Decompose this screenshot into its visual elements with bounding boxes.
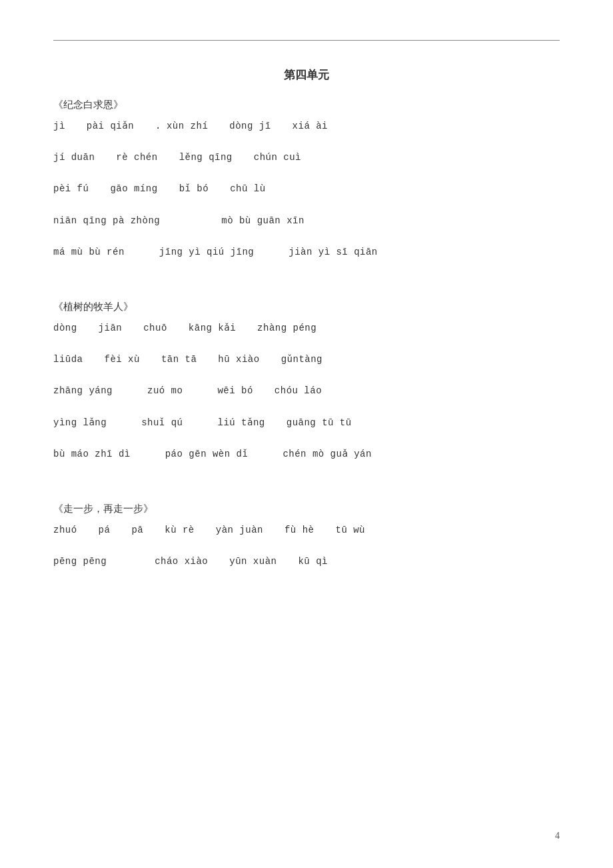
pinyin-item: fèi xù [105,351,140,368]
pinyin-item: gǔntàng [281,351,322,368]
page-container: 第四单元 《纪念白求恩》 jì pài qiǎn . xùn zhí dòng … [0,0,613,868]
pinyin-row-1-4: niān qīng pà zhòng mò bù guān xīn [53,213,560,229]
pinyin-item: guāng tū tū [287,415,352,431]
pinyin-item: shuǐ qú [141,415,183,431]
pinyin-row-1-5: má mù bù rén jīng yì qiú jīng jiàn yì sī… [53,244,560,261]
pinyin-item: liūda [53,351,83,368]
gap1 [53,281,560,301]
pinyin-row-3-2: pēng pēng cháo xiào yūn xuàn kū qì [53,553,560,570]
pinyin-item: pā [131,522,143,539]
pinyin-item: kù rè [165,522,195,539]
pinyin-item: jiān [99,320,123,337]
pinyin-row-3-1: zhuó pá pā kù rè yàn juàn fù hè tū wù [53,522,560,539]
pinyin-item: niān qīng pà zhòng [53,213,160,229]
pinyin-item: yūn xuàn [229,553,277,570]
pinyin-item: zhāng yáng [53,383,113,399]
gap2 [53,483,560,503]
pinyin-item: chū lù [230,181,265,197]
pinyin-item: jì [53,118,65,135]
pinyin-item: kāng kǎi [189,320,236,337]
pinyin-row-2-5: bù máo zhī dì páo gēn wèn dǐ chén mò guǎ… [53,446,560,463]
pinyin-item: kū qì [298,553,328,570]
pinyin-item: zuó mo [147,383,183,399]
unit-title: 第四单元 [53,67,560,83]
pinyin-item: cháo xiào [155,553,208,570]
pinyin-item: jí duān [53,149,95,166]
section-zou: 《走一步，再走一步》 zhuó pá pā kù rè yàn juàn fù … [53,503,560,570]
pinyin-item: mò bù guān xīn [221,213,305,229]
pinyin-item: chuō [143,320,167,337]
pinyin-row-1-1: jì pài qiǎn . xùn zhí dòng jī xiá ài [53,118,560,135]
top-divider [53,40,560,41]
pinyin-item: bù máo zhī dì [53,446,131,463]
pinyin-row-1-3: pèi fú gāo míng bǐ bó chū lù [53,181,560,197]
pinyin-item: má mù bù rén [53,244,125,261]
pinyin-item: liú tǎng [217,415,265,431]
pinyin-row-1-2: jí duān rè chén lěng qīng chún cuì [53,149,560,166]
pinyin-row-2-4: yìng lǎng shuǐ qú liú tǎng guāng tū tū [53,415,560,431]
pinyin-item: bǐ bó [179,181,209,197]
pinyin-item: wēi bó [217,383,253,399]
pinyin-item: gāo míng [110,181,157,197]
pinyin-row-2-3: zhāng yáng zuó mo wēi bó chóu láo [53,383,560,399]
section3-title: 《走一步，再走一步》 [53,503,560,515]
pinyin-item: hū xiào [218,351,259,368]
section2-title: 《植树的牧羊人》 [53,301,560,313]
pinyin-item: xiá ài [293,118,328,135]
pinyin-item: . [155,118,161,135]
pinyin-item: zhàng péng [257,320,316,337]
pinyin-item: tū wù [335,522,365,539]
pinyin-item: fù hè [285,522,314,539]
pinyin-row-2-1: dòng jiān chuō kāng kǎi zhàng péng [53,320,560,337]
pinyin-item: chóu láo [275,383,322,399]
pinyin-item: pèi fú [53,181,89,197]
pinyin-item: pá [99,522,111,539]
pinyin-item: jīng yì qiú jīng [159,244,254,261]
pinyin-item: rè chén [116,149,157,166]
pinyin-item: pēng pēng [53,553,107,570]
pinyin-item: xùn zhí [167,118,208,135]
pinyin-item: lěng qīng [179,149,233,166]
page-number: 4 [555,831,560,841]
pinyin-item: zhuó [53,522,77,539]
pinyin-item: yàn juàn [216,522,263,539]
pinyin-item: yìng lǎng [53,415,107,431]
pinyin-item: tān tā [161,351,197,368]
pinyin-item: chún cuì [254,149,301,166]
pinyin-item: páo gēn wèn dǐ [165,446,249,463]
section-jinian: 《纪念白求恩》 jì pài qiǎn . xùn zhí dòng jī xi… [53,99,560,261]
section1-title: 《纪念白求恩》 [53,99,560,111]
pinyin-row-2-2: liūda fèi xù tān tā hū xiào gǔntàng [53,351,560,368]
pinyin-item: dòng jī [229,118,271,135]
pinyin-item: jiàn yì sī qiān [289,244,378,261]
pinyin-item: chén mò guǎ yán [283,446,372,463]
section-zhishu: 《植树的牧羊人》 dòng jiān chuō kāng kǎi zhàng p… [53,301,560,463]
pinyin-item: dòng [53,320,77,337]
pinyin-item: pài qiǎn [87,118,134,135]
